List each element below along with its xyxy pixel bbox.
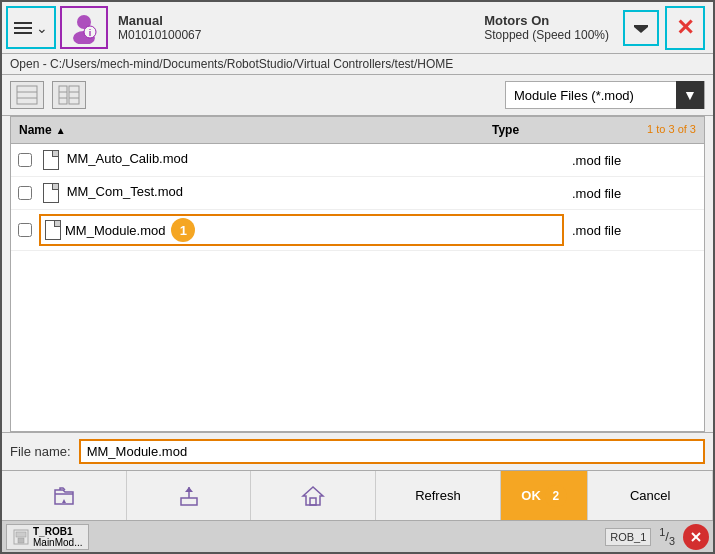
svg-rect-22 [16,532,26,537]
action-bar: Refresh OK 2 Cancel [2,470,713,520]
file-toolbar: Module Files (*.mod) ▼ [2,75,713,116]
cancel-label: Cancel [630,488,670,503]
action-btn-1[interactable] [2,471,127,520]
checkbox-3[interactable] [18,223,32,237]
mode-label: Manual [118,13,464,28]
file-list-header: Name ▲ Type 1 to 3 of 3 [11,117,704,144]
step-2-badge: 2 [545,485,567,507]
path-bar: Open - C:/Users/mech-mind/Documents/Robo… [2,54,713,75]
filename-label: File name: [10,444,71,459]
filename-input[interactable] [79,439,705,464]
speed-status: Stopped (Speed 100%) [484,28,609,42]
file-list-container: Name ▲ Type 1 to 3 of 3 MM_Auto_Calib.mo… [10,116,705,432]
file-type-1: .mod file [564,151,704,170]
controller-id: M01010100067 [118,28,464,42]
list-view-icon [16,85,38,105]
rob-label: ROB_1 [605,528,651,546]
open-folder-icon [52,484,76,508]
column-type-header: Type [484,121,624,139]
motors-status: Motors On [484,13,609,28]
row-checkbox-2[interactable] [11,186,39,200]
action-btn-2[interactable] [127,471,252,520]
status-left[interactable]: T_ROB1 MainMod... [6,524,89,550]
file-icon-1 [43,150,59,170]
table-row[interactable]: MM_Com_Test.mod .mod file [11,177,704,210]
user-button[interactable]: i [60,6,108,49]
status-rob1: T_ROB1 [33,526,82,537]
table-row[interactable]: MM_Module.mod 1 .mod file [11,210,704,251]
minimize-icon [632,19,650,37]
chevron-down-icon[interactable]: ⌄ [36,20,48,36]
file-name-2[interactable]: MM_Com_Test.mod [39,181,564,205]
fraction-text: 1/3 [659,526,675,547]
detail-view-button[interactable] [52,81,86,109]
menu-button[interactable]: ⌄ [6,6,56,49]
svg-marker-15 [62,499,66,503]
main-window: ⌄ i Manual M01010100067 Motors On Stoppe… [0,0,715,554]
file-count: 1 to 3 of 3 [624,121,704,139]
status-right: ROB_1 1/3 [605,524,709,550]
title-bar: ⌄ i Manual M01010100067 Motors On Stoppe… [2,2,713,54]
file-type-dropdown-btn[interactable]: ▼ [676,81,704,109]
svg-rect-10 [69,86,79,104]
status-info: Motors On Stopped (Speed 100%) [474,2,619,53]
svg-marker-19 [303,487,323,505]
close-button[interactable]: ✕ [665,6,705,50]
svg-marker-18 [185,487,193,492]
controller-info: Manual M01010100067 [108,2,474,53]
stop-icon [688,529,704,545]
rob-icon [13,529,29,545]
row-checkbox-1[interactable] [11,153,39,167]
svg-rect-9 [59,86,67,104]
file-type-select[interactable]: Module Files (*.mod) ▼ [505,81,705,109]
detail-view-icon [58,85,80,105]
file-icon-3 [45,220,61,240]
path-text: Open - C:/Users/mech-mind/Documents/Robo… [10,57,453,71]
filename-bar: File name: [2,432,713,470]
fraction-display: 1/3 [659,526,675,547]
cancel-button[interactable]: Cancel [588,471,713,520]
file-list-body: MM_Auto_Calib.mod .mod file MM_Com_Test.… [11,144,704,431]
file-name-1[interactable]: MM_Auto_Calib.mod [39,148,564,172]
file-type-2: .mod file [564,184,704,203]
file-type-3: .mod file [564,221,704,240]
svg-rect-6 [17,86,37,104]
title-actions: ✕ [619,2,713,53]
ok-button[interactable]: OK 2 [501,471,589,520]
column-name-header: Name ▲ [11,121,484,139]
user-icon: i [68,12,100,44]
step-1-badge: 1 [171,218,195,242]
hamburger-icon[interactable] [14,22,32,34]
home-icon [301,484,325,508]
upload-icon [177,484,201,508]
checkbox-2[interactable] [18,186,32,200]
action-btn-3[interactable] [251,471,376,520]
row-checkbox-3[interactable] [11,223,39,237]
stop-icon-button[interactable] [683,524,709,550]
checkbox-1[interactable] [18,153,32,167]
status-task-info: T_ROB1 MainMod... [33,526,82,548]
svg-rect-23 [18,538,24,543]
status-bar: T_ROB1 MainMod... ROB_1 1/3 [2,520,713,552]
svg-rect-16 [181,498,197,505]
refresh-button[interactable]: Refresh [376,471,501,520]
svg-rect-4 [634,25,648,27]
svg-text:i: i [89,28,92,38]
status-main-mod: MainMod... [33,537,82,548]
file-type-label: Module Files (*.mod) [506,88,676,103]
file-icon-2 [43,183,59,203]
refresh-label: Refresh [415,488,461,503]
file-name-3[interactable]: MM_Module.mod 1 [39,214,564,246]
minimize-button[interactable] [623,10,659,46]
ok-label: OK [521,488,541,503]
list-view-button[interactable] [10,81,44,109]
svg-rect-20 [310,498,316,505]
svg-marker-5 [634,27,648,33]
sort-arrow-icon: ▲ [56,125,66,136]
table-row[interactable]: MM_Auto_Calib.mod .mod file [11,144,704,177]
